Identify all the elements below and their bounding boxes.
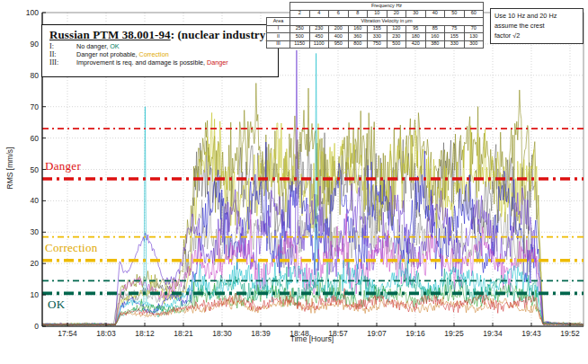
velocity-value-cell: 155 <box>368 25 388 33</box>
table-cell <box>267 3 290 11</box>
y-tick-label: 20 <box>31 259 40 268</box>
velocity-value-cell: 180 <box>406 33 426 41</box>
table-row: Frequency Hz <box>267 3 484 11</box>
page-title: Russian PTM 38.001-94: (nuclear industry… <box>49 28 272 42</box>
y-tick-label: 100 <box>26 8 39 17</box>
frequency-value-cell: 30 <box>406 10 426 18</box>
y-tick-label: 30 <box>31 227 40 236</box>
legend-status-danger: Danger <box>207 58 228 67</box>
legend-numeral-3: III: <box>49 59 76 67</box>
ok-zone-label: OK <box>48 297 65 312</box>
frequency-value-cell: 6 <box>329 10 349 18</box>
velocity-value-cell: 500 <box>387 40 406 49</box>
velocity-value-cell: 160 <box>425 33 445 41</box>
velocity-value-cell: 200 <box>329 25 349 33</box>
vibration-monitor-screenshot: 010203040506070809010017:5418:0318:1218:… <box>0 0 588 364</box>
velocity-value-cell: 380 <box>425 40 445 49</box>
y-tick-label: 10 <box>31 290 40 299</box>
legend-row-3: III: Improvement is req. and damage is p… <box>49 59 272 67</box>
legend-status-correction: Correction <box>139 50 169 58</box>
velocity-value-cell: 420 <box>406 40 426 49</box>
x-tick-label: 18:30 <box>212 329 232 338</box>
y-axis-label: RMS [mm/s] <box>5 114 14 222</box>
danger-zone-label: Danger <box>45 159 81 173</box>
velocity-value-cell: 500 <box>290 33 310 41</box>
x-tick-label: 19:34 <box>483 329 503 338</box>
x-tick-label: 19:16 <box>405 329 425 338</box>
velocity-value-cell: 95 <box>406 25 426 33</box>
legend-status-ok: OK <box>110 42 119 50</box>
velocity-value-cell: 750 <box>368 40 388 49</box>
table-row: II500450400360330230180160155130 <box>267 33 484 41</box>
note-line-3: factor √2 <box>494 31 579 41</box>
x-tick-label: 17:54 <box>58 329 77 338</box>
y-tick-label: 60 <box>31 134 40 143</box>
x-tick-label: 18:03 <box>96 329 116 338</box>
table-row: 2468102030405060 <box>267 10 484 18</box>
velocity-value-cell: 1100 <box>309 40 329 49</box>
area-cell: III <box>267 40 290 49</box>
y-tick-label: 50 <box>31 165 40 174</box>
velocity-value-cell: 400 <box>329 33 349 41</box>
velocity-value-cell: 1150 <box>290 40 310 49</box>
velocity-value-cell: 155 <box>445 33 465 41</box>
area-cell: II <box>267 33 290 41</box>
crest-factor-note: Use 10 Hz and 20 Hz assume the crest fac… <box>490 8 584 44</box>
legend-numeral-1: I: <box>49 43 76 51</box>
frequency-value-cell: 20 <box>387 10 406 18</box>
y-tick-label: 40 <box>31 196 40 205</box>
frequency-value-cell: 8 <box>348 10 368 18</box>
velocity-value-cell: 800 <box>348 40 368 49</box>
area-corner-cell: Area <box>267 18 290 26</box>
velocity-value-cell: 230 <box>387 33 406 41</box>
note-line-1: Use 10 Hz and 20 Hz <box>494 12 579 22</box>
velocity-value-cell: 75 <box>445 25 465 33</box>
velocity-value-cell: 300 <box>464 40 484 49</box>
x-tick-label: 19:43 <box>521 329 541 338</box>
x-tick-label: 18:21 <box>174 329 193 338</box>
velocity-value-cell: 360 <box>348 33 368 41</box>
standard-title-box: Russian PTM 38.001-94: (nuclear industry… <box>41 24 279 77</box>
y-tick-label: 70 <box>31 102 40 111</box>
frequency-value-cell: 60 <box>464 10 484 18</box>
velocity-value-cell: 450 <box>309 33 329 41</box>
series-traces <box>42 50 584 325</box>
y-tick-label: 90 <box>31 40 40 49</box>
velocity-value-cell: 330 <box>445 40 465 49</box>
frequency-value-cell: 40 <box>425 10 445 18</box>
subheader-cell: Vibration Velocity in μm <box>290 18 484 26</box>
y-tick-label: 80 <box>31 71 40 80</box>
x-tick-label: 19:52 <box>560 329 580 338</box>
velocity-value-cell: 250 <box>290 25 310 33</box>
frequency-value-cell: 50 <box>445 10 465 18</box>
note-line-2: assume the crest <box>494 22 579 31</box>
x-axis-label: Time [Hours] <box>240 334 384 343</box>
velocity-value-cell: 130 <box>464 33 484 41</box>
velocity-value-cell: 70 <box>464 25 484 33</box>
area-cell: I <box>267 25 290 33</box>
velocity-value-cell: 950 <box>329 40 349 49</box>
standard-suffix: : (nuclear industry) <box>171 28 270 41</box>
velocity-value-cell: 85 <box>425 25 445 33</box>
legend-numeral-2: II: <box>49 51 76 59</box>
series-orange <box>42 291 584 325</box>
frequency-value-cell: 2 <box>290 10 310 18</box>
frequency-value-cell: 4 <box>309 10 329 18</box>
standard-name: Russian PTM 38.001-94 <box>49 28 171 41</box>
frequency-value-cell: 10 <box>368 10 388 18</box>
table-row: III11501100950800750500420380330300 <box>267 40 484 49</box>
correction-zone-label: Correction <box>45 241 98 255</box>
velocity-value-cell: 330 <box>368 33 388 41</box>
velocity-value-cell: 160 <box>348 25 368 33</box>
table-row: AreaVibration Velocity in μm <box>267 18 484 26</box>
legend-text-3: Improvement is req. and damage is possib… <box>76 59 228 67</box>
velocity-value-cell: 230 <box>309 25 329 33</box>
y-tick-label: 0 <box>34 322 39 331</box>
table-row: I25023020016015512095857570 <box>267 25 484 33</box>
frequency-table: Frequency Hz2468102030405060AreaVibratio… <box>266 2 484 49</box>
velocity-value-cell: 120 <box>387 25 406 33</box>
x-tick-label: 18:12 <box>135 329 155 338</box>
frequency-header-cell: Frequency Hz <box>290 3 484 11</box>
x-tick-label: 19:25 <box>444 329 464 338</box>
table-cell <box>267 10 290 18</box>
